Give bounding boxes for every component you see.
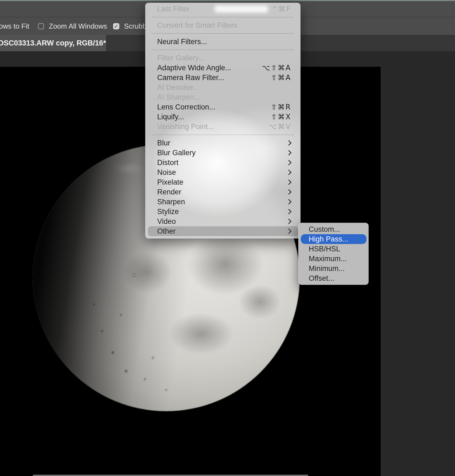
- filter-menu-item-camera-raw-filter[interactable]: Camera Raw Filter... ⇧⌘A: [148, 73, 298, 83]
- filter-menu-item-other[interactable]: Other: [148, 226, 298, 236]
- other-submenu-item-offset[interactable]: Offset...: [301, 273, 366, 283]
- checkmark-icon: ✓: [114, 24, 119, 29]
- filter-menu-item-label: Neural Filters...: [157, 38, 207, 46]
- filter-menu-item-noise[interactable]: Noise: [148, 167, 298, 177]
- filter-menu-item-ai-denoise: AI Denoise...: [148, 83, 298, 92]
- filter-menu-item-label: Blur: [157, 139, 170, 147]
- keyboard-shortcut: ⇧⌘X: [271, 113, 291, 121]
- keyboard-shortcut: ⇧⌘A: [271, 74, 291, 82]
- submenu-chevron-right-icon: [286, 160, 292, 165]
- other-submenu-item-hsb-hsl[interactable]: HSB/HSL: [301, 244, 366, 254]
- filter-menu-item-label: Adaptive Wide Angle...: [157, 64, 231, 72]
- other-submenu-item-custom[interactable]: Custom...: [301, 224, 366, 234]
- filter-menu-item-label: Other: [157, 227, 176, 236]
- filter-menu-item-label: AI Sharpen...: [157, 93, 200, 102]
- submenu-chevron-right-icon: [286, 199, 292, 205]
- filter-menu-item-render[interactable]: Render: [148, 187, 298, 197]
- menu-separator: [152, 33, 294, 34]
- redacted-last-filter-name: [215, 5, 268, 13]
- filter-menu-item-pixelate[interactable]: Pixelate: [148, 177, 298, 187]
- document-tab-title: DSC03313.ARW copy, RGB/16*) *: [0, 39, 106, 47]
- other-submenu-item-minimum[interactable]: Minimum...: [301, 264, 366, 273]
- other-submenu-item-label: Minimum...: [309, 264, 345, 273]
- other-submenu-item-label: Maximum...: [309, 255, 347, 263]
- resize-windows-to-fit-label-truncated[interactable]: ows to Fit: [0, 22, 29, 30]
- filter-menu-item-label: Noise: [157, 168, 176, 177]
- filter-menu-item-label: Filter Gallery...: [157, 54, 205, 62]
- zoom-all-windows-label[interactable]: Zoom All Windows: [49, 22, 107, 30]
- filter-menu-item-lens-correction[interactable]: Lens Correction... ⇧⌘R: [148, 102, 298, 112]
- filter-menu-item-filter-gallery: Filter Gallery...: [148, 53, 298, 63]
- submenu-chevron-right-icon: [286, 150, 292, 155]
- filter-menu-item-label: Video: [157, 217, 176, 226]
- active-document-tab[interactable]: DSC03313.ARW copy, RGB/16*) *: [0, 35, 106, 51]
- filter-menu-item-label: Stylize: [157, 208, 179, 216]
- filter-menu-item-vanishing-point: Vanishing Point... ⌥⌘V: [148, 122, 298, 132]
- other-submenu-item-high-pass[interactable]: High Pass...: [301, 234, 366, 244]
- submenu-chevron-right-icon: [286, 209, 292, 214]
- keyboard-shortcut: ⇧⌘R: [271, 103, 291, 111]
- other-submenu-item-label: High Pass...: [309, 235, 348, 243]
- filter-menu-item-stylize[interactable]: Stylize: [148, 207, 298, 216]
- filter-menu-item-distort[interactable]: Distort: [148, 158, 298, 167]
- filter-menu-item-label: Render: [157, 188, 181, 196]
- filter-menu-item-liquify[interactable]: Liquify... ⇧⌘X: [148, 112, 298, 122]
- filter-menu-item-label: Convert for Smart Filters: [157, 21, 237, 30]
- submenu-chevron-right-icon: [286, 170, 292, 175]
- filter-dropdown-menu: Last Filter ⌃⌘F Convert for Smart Filter…: [145, 3, 301, 239]
- filter-menu-item-label: Lens Correction...: [157, 103, 215, 111]
- filter-menu-item-label: Liquify...: [157, 113, 184, 121]
- filter-menu-item-label: AI Denoise...: [157, 83, 199, 92]
- menu-separator: [152, 50, 294, 50]
- filter-menu-item-label: Sharpen: [157, 198, 185, 206]
- filter-menu-item-ai-sharpen: AI Sharpen...: [148, 92, 298, 102]
- bottom-panel-top-edge: [33, 475, 308, 476]
- scrubby-zoom-checkbox[interactable]: ✓: [113, 23, 119, 29]
- submenu-chevron-right-icon: [286, 140, 292, 146]
- submenu-chevron-right-icon: [286, 219, 292, 224]
- keyboard-shortcut: ⌃⌘F: [272, 5, 291, 13]
- filter-menu-item-convert-for-smart-filters: Convert for Smart Filters: [148, 20, 298, 30]
- keyboard-shortcut: ⌥⌘V: [269, 123, 291, 131]
- filter-menu-item-last-filter: Last Filter ⌃⌘F: [148, 4, 298, 14]
- zoom-all-windows-checkbox[interactable]: ✓: [38, 23, 44, 29]
- filter-menu-item-blur[interactable]: Blur: [148, 138, 298, 148]
- submenu-chevron-right-icon: [286, 179, 292, 185]
- other-submenu-item-label: Custom...: [309, 225, 340, 234]
- menu-separator: [152, 135, 294, 135]
- other-submenu-item-label: HSB/HSL: [309, 245, 340, 253]
- filter-menu-item-label: Distort: [157, 158, 178, 167]
- other-submenu-item-maximum[interactable]: Maximum...: [301, 254, 366, 264]
- filter-menu-item-label: Blur Gallery: [157, 149, 196, 157]
- filter-menu-item-neural-filters[interactable]: Neural Filters...: [148, 37, 298, 47]
- filter-menu-item-label: Last Filter: [157, 5, 190, 13]
- other-submenu-item-label: Offset...: [309, 274, 334, 283]
- filter-menu-item-sharpen[interactable]: Sharpen: [148, 197, 298, 207]
- submenu-chevron-right-icon: [286, 189, 292, 195]
- filter-menu-item-video[interactable]: Video: [148, 216, 298, 226]
- menu-separator: [152, 17, 294, 17]
- filter-menu-item-label: Vanishing Point...: [157, 123, 214, 131]
- other-submenu: Custom... High Pass... HSB/HSL Maximum..…: [298, 223, 369, 285]
- submenu-chevron-right-icon: [286, 228, 292, 234]
- filter-menu-item-label: Pixelate: [157, 178, 183, 187]
- filter-menu-item-label: Camera Raw Filter...: [157, 74, 224, 82]
- keyboard-shortcut: ⌥⇧⌘A: [262, 64, 291, 72]
- filter-menu-item-adaptive-wide-angle[interactable]: Adaptive Wide Angle... ⌥⇧⌘A: [148, 63, 298, 73]
- filter-menu-item-blur-gallery[interactable]: Blur Gallery: [148, 148, 298, 158]
